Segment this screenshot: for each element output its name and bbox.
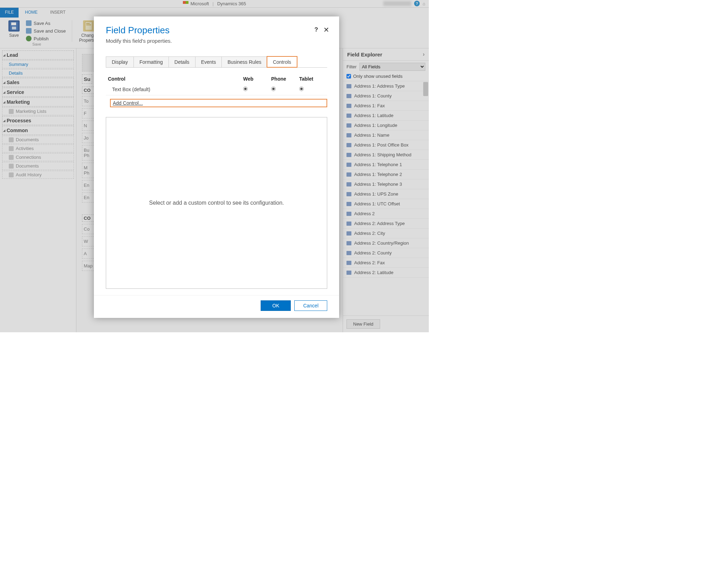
nav-section-marketing[interactable]: Marketing: [2, 97, 74, 107]
nav-item[interactable]: Audit History: [2, 171, 74, 179]
expand-icon[interactable]: ›: [423, 51, 425, 57]
field-icon: [346, 231, 351, 236]
dialog-title: Field Properties: [106, 25, 327, 36]
field-list-item[interactable]: Address 1: Telephone 3: [343, 179, 429, 189]
brand-divider: |: [212, 1, 213, 6]
col-tablet: Tablet: [299, 76, 327, 82]
control-row[interactable]: Text Box (default): [106, 84, 327, 95]
field-list-item[interactable]: Address 2: Fax: [343, 258, 429, 268]
scrollbar-thumb[interactable]: [423, 82, 428, 96]
field-list-item[interactable]: Address 1: Shipping Method: [343, 150, 429, 160]
field-explorer: Field Explorer › Filter All Fields Only …: [343, 48, 429, 332]
nav-item-icon: [9, 172, 14, 177]
field-list-item[interactable]: Address 2: Country/Region: [343, 238, 429, 248]
field-list-item[interactable]: Address 1: Name: [343, 130, 429, 140]
field-list-item[interactable]: Address 2: County: [343, 248, 429, 258]
save-group-label: Save: [32, 42, 41, 46]
tab-insert[interactable]: INSERT: [44, 8, 72, 18]
nav-item[interactable]: Summary: [2, 60, 74, 68]
only-unused-checkbox[interactable]: [346, 74, 351, 79]
section-summary-title[interactable]: Su: [82, 74, 92, 84]
save-label: Save: [9, 33, 19, 38]
microsoft-logo-icon: [183, 1, 188, 6]
field-icon: [346, 163, 351, 167]
radio-phone[interactable]: [271, 87, 276, 91]
add-control-link[interactable]: Add Control...: [110, 99, 327, 107]
nav-section-service[interactable]: Service: [2, 88, 74, 97]
tab-file[interactable]: FILE: [0, 8, 19, 18]
field-icon: [346, 143, 351, 147]
nav-item[interactable]: Activities: [2, 144, 74, 152]
field-list-item[interactable]: Address 1: Telephone 2: [343, 170, 429, 179]
dialog-subtitle: Modify this field's properties.: [106, 38, 327, 44]
field-icon: [346, 114, 351, 118]
help-icon[interactable]: ?: [414, 1, 420, 6]
dialog-tab-formatting[interactable]: Formatting: [133, 56, 169, 67]
field-list-item[interactable]: Address 1: UTC Offset: [343, 199, 429, 209]
field-list-item[interactable]: Address 1: Fax: [343, 101, 429, 111]
tab-home[interactable]: HOME: [19, 8, 44, 18]
field-list-item[interactable]: Address 1: UPS Zone: [343, 189, 429, 199]
dialog-close-icon[interactable]: ✕: [323, 26, 329, 34]
publish-button[interactable]: Publish: [25, 35, 67, 42]
cancel-button[interactable]: Cancel: [294, 300, 327, 311]
brand-ms: Microsoft: [191, 1, 209, 6]
radio-tablet[interactable]: [299, 87, 304, 91]
dialog-tab-details[interactable]: Details: [169, 56, 195, 67]
nav-item[interactable]: Details: [2, 69, 74, 77]
user-name-blurred: [383, 1, 411, 6]
nav-item-icon: [9, 137, 14, 142]
nav-section-common[interactable]: Common: [2, 126, 74, 135]
field-icon: [346, 241, 351, 245]
nav-section-sales[interactable]: Sales: [2, 78, 74, 87]
filter-select[interactable]: All Fields: [359, 63, 425, 71]
field-list-item[interactable]: Address 1: Address Type: [343, 81, 429, 91]
nav-section-lead[interactable]: Lead: [2, 50, 74, 60]
nav-item[interactable]: Connections: [2, 153, 74, 161]
field-icon: [346, 123, 351, 128]
svg-rect-1: [11, 22, 16, 25]
svg-rect-4: [86, 23, 90, 24]
left-nav: LeadSummaryDetailsSalesServiceMarketingM…: [0, 48, 76, 332]
field-list-item[interactable]: Address 1: Latitude: [343, 111, 429, 121]
field-icon: [346, 222, 351, 226]
explorer-title: Field Explorer: [347, 52, 382, 57]
only-unused-label: Only show unused fields: [353, 74, 403, 79]
new-field-button[interactable]: New Field: [346, 319, 380, 329]
field-list-item[interactable]: Address 1: Telephone 1: [343, 160, 429, 170]
dialog-tab-display[interactable]: Display: [106, 56, 134, 67]
field-properties-dialog: ? ✕ Field Properties Modify this field's…: [94, 16, 339, 318]
change-properties-icon: [83, 20, 94, 32]
brand-product: Dynamics 365: [217, 1, 246, 6]
nav-section-processes[interactable]: Processes: [2, 116, 74, 125]
dialog-tab-controls[interactable]: Controls: [267, 56, 297, 67]
save-as-button[interactable]: Save As: [25, 20, 67, 27]
field-list-item[interactable]: Address 2: Latitude: [343, 268, 429, 278]
field-list-item[interactable]: Address 1: Longitude: [343, 121, 429, 130]
svg-rect-2: [12, 27, 16, 29]
filter-label: Filter: [346, 64, 357, 69]
nav-item[interactable]: Marketing Lists: [2, 107, 74, 115]
field-icon: [346, 261, 351, 265]
save-close-button[interactable]: Save and Close: [25, 27, 67, 34]
field-list-item[interactable]: Address 1: Post Office Box: [343, 140, 429, 150]
dialog-help-icon[interactable]: ?: [315, 26, 318, 33]
field-icon: [346, 202, 351, 206]
field-icon: [346, 271, 351, 275]
nav-item[interactable]: Documents: [2, 136, 74, 144]
radio-web[interactable]: [243, 87, 248, 91]
dialog-tab-events[interactable]: Events: [195, 56, 222, 67]
home-icon[interactable]: ⌂: [423, 1, 425, 6]
field-list-item[interactable]: Address 1: County: [343, 91, 429, 101]
ok-button[interactable]: OK: [261, 300, 291, 311]
nav-item[interactable]: Documents: [2, 162, 74, 170]
dialog-tab-business-rules[interactable]: Business Rules: [221, 56, 267, 67]
field-list-item[interactable]: Address 2: City: [343, 229, 429, 238]
field-icon: [346, 104, 351, 108]
field-list-item[interactable]: Address 2: Address Type: [343, 219, 429, 229]
field-list-item[interactable]: Address 2: [343, 209, 429, 219]
col-phone: Phone: [271, 76, 299, 82]
save-button[interactable]: Save: [6, 20, 22, 39]
field-list[interactable]: Address 1: Address TypeAddress 1: County…: [343, 81, 429, 315]
nav-item-icon: [9, 109, 14, 114]
